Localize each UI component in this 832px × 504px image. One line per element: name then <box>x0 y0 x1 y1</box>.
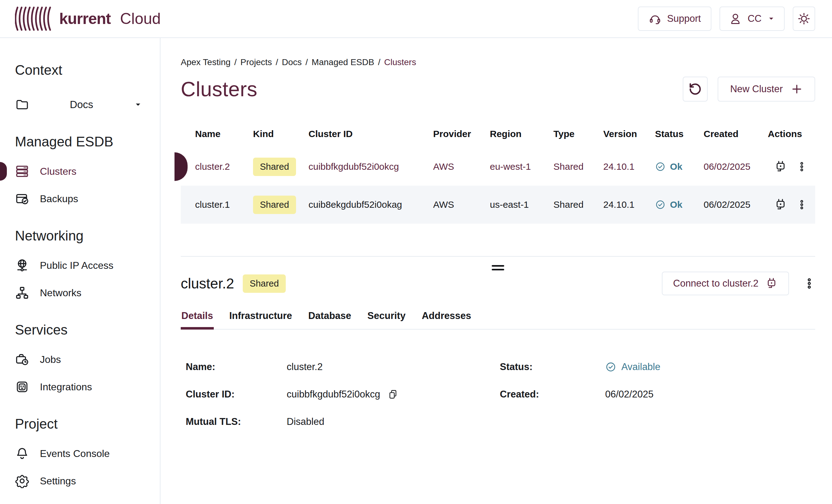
spacer <box>605 408 815 435</box>
sidebar-section-title: Services <box>15 321 160 338</box>
sidebar-section-title: Networking <box>15 228 160 244</box>
server-stack-icon <box>15 164 29 179</box>
selected-row-marker <box>175 152 188 181</box>
cell-region: us-east-1 <box>490 200 553 210</box>
connect-plug-icon[interactable] <box>774 198 787 211</box>
sidebar-section-managed-esdb: Managed ESDB Clusters Backups <box>15 133 160 212</box>
cell-name: cluster.2 <box>195 161 230 171</box>
project-selector[interactable]: Docs <box>15 91 160 118</box>
tab-addresses[interactable]: Addresses <box>421 310 472 329</box>
breadcrumb-link-docs[interactable]: Docs <box>282 57 302 67</box>
caret-down-icon <box>767 15 775 23</box>
backup-check-icon <box>15 191 29 206</box>
field-value-cluster-id: cuibbfkgdubf52i0okcg <box>287 389 380 400</box>
sidebar-item-label: Settings <box>40 475 76 487</box>
check-circle-icon <box>605 361 616 373</box>
cell-region: eu-west-1 <box>490 161 553 172</box>
cell-provider: AWS <box>433 200 490 210</box>
cell-version: 24.10.1 <box>603 161 655 172</box>
detail-kind-badge: Shared <box>243 274 286 293</box>
breadcrumb-link-managed-esdb[interactable]: Managed ESDB <box>312 57 374 67</box>
theme-toggle-button[interactable] <box>793 6 815 31</box>
panel-drag-handle[interactable] <box>492 263 504 272</box>
globe-network-icon <box>15 258 29 272</box>
cluster-detail-panel: cluster.2 Shared Connect to cluster.2 De… <box>181 256 815 435</box>
column-header-created: Created <box>704 129 768 139</box>
table-row[interactable]: cluster.2 Shared cuibbfkgdubf52i0okcg AW… <box>181 148 815 186</box>
breadcrumb-separator: / <box>234 57 237 67</box>
column-header-name: Name <box>181 129 253 139</box>
tab-details[interactable]: Details <box>181 310 214 329</box>
detail-fields: Name: cluster.2 Status: Available Cluste… <box>181 353 815 435</box>
sidebar-section-networking: Networking Public IP Access Networks <box>15 228 160 307</box>
table-header-row: Name Kind Cluster ID Provider Region Typ… <box>181 120 815 148</box>
caret-down-icon <box>134 100 142 109</box>
column-header-actions: Actions <box>768 129 815 139</box>
bell-icon <box>15 446 29 461</box>
cell-type: Shared <box>553 161 603 172</box>
sidebar-item-label: Networks <box>40 287 81 299</box>
spacer <box>500 408 605 435</box>
tab-infrastructure[interactable]: Infrastructure <box>229 310 293 329</box>
headset-icon <box>648 12 661 25</box>
sidebar-section-context: Context <box>15 62 160 79</box>
breadcrumb-separator: / <box>276 57 278 67</box>
field-label-cluster-id: Cluster ID: <box>186 381 287 408</box>
breadcrumb-link-apex-testing[interactable]: Apex Testing <box>181 57 231 67</box>
active-item-marker <box>0 162 7 181</box>
cell-provider: AWS <box>433 161 490 172</box>
new-cluster-label: New Cluster <box>730 83 783 95</box>
new-cluster-button[interactable]: New Cluster <box>718 77 815 102</box>
refresh-button[interactable] <box>683 77 708 102</box>
user-menu-button[interactable]: CC <box>720 6 785 31</box>
clusters-table: Name Kind Cluster ID Provider Region Typ… <box>181 120 815 224</box>
sidebar-item-jobs[interactable]: Jobs <box>15 346 160 373</box>
column-header-provider: Provider <box>433 129 490 139</box>
sidebar-item-public-ip-access[interactable]: Public IP Access <box>15 252 160 279</box>
kebab-menu-icon[interactable] <box>797 200 807 210</box>
cell-created: 06/02/2025 <box>704 161 768 172</box>
check-circle-icon <box>655 200 666 210</box>
sidebar-item-clusters[interactable]: Clusters <box>15 158 160 185</box>
field-value-status: Available <box>621 361 660 373</box>
connect-to-cluster-button[interactable]: Connect to cluster.2 <box>662 272 789 295</box>
sidebar-item-events-console[interactable]: Events Console <box>15 440 160 467</box>
rotate-ccw-icon <box>688 82 702 96</box>
sidebar-item-integrations[interactable]: Integrations <box>15 373 160 401</box>
column-header-cluster-id: Cluster ID <box>309 129 433 139</box>
cell-status: Ok <box>670 161 682 172</box>
kebab-menu-icon[interactable] <box>797 161 807 172</box>
support-button[interactable]: Support <box>638 6 712 31</box>
sidebar-section-services: Services Jobs Integrations <box>15 321 160 401</box>
tab-security[interactable]: Security <box>367 310 406 329</box>
sidebar-item-networks[interactable]: Networks <box>15 279 160 307</box>
sidebar-item-label: Clusters <box>40 166 76 177</box>
breadcrumb-link-projects[interactable]: Projects <box>240 57 272 67</box>
kebab-menu-icon[interactable] <box>803 277 815 289</box>
brand-logo[interactable]: kurrent Cloud <box>15 6 161 31</box>
table-row[interactable]: cluster.1 Shared cuib8ekgdubf52i0okag AW… <box>181 186 815 224</box>
connect-plug-icon[interactable] <box>774 160 787 173</box>
detail-tabs: Details Infrastructure Database Security… <box>181 310 815 329</box>
project-selector-label: Docs <box>29 99 134 111</box>
sidebar-item-settings[interactable]: Settings <box>15 467 160 495</box>
gear-icon <box>15 474 29 488</box>
field-label-name: Name: <box>186 353 287 381</box>
sidebar-item-label: Events Console <box>40 448 110 459</box>
copy-icon[interactable] <box>388 389 398 400</box>
sidebar-section-title: Managed ESDB <box>15 133 160 150</box>
column-header-status: Status <box>655 129 704 139</box>
main-content: Apex Testing/Projects/Docs/Managed ESDB/… <box>160 38 832 504</box>
sidebar-item-backups[interactable]: Backups <box>15 185 160 212</box>
connect-label: Connect to cluster.2 <box>673 278 758 289</box>
tab-database[interactable]: Database <box>308 310 352 329</box>
sidebar-item-label: Integrations <box>40 381 92 393</box>
cell-status: Ok <box>670 200 682 210</box>
page-title: Clusters <box>181 77 257 101</box>
column-header-kind: Kind <box>253 129 309 139</box>
wave-logo-icon <box>15 6 53 31</box>
plug-icon <box>765 277 778 290</box>
cell-type: Shared <box>553 200 603 210</box>
column-header-region: Region <box>490 129 553 139</box>
cell-version: 24.10.1 <box>603 200 655 210</box>
